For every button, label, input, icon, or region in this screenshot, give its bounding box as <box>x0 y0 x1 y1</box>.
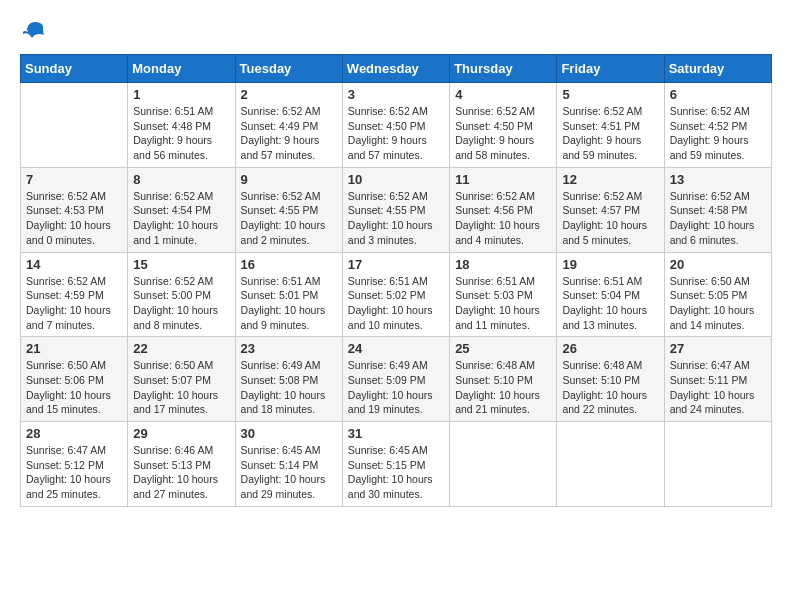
calendar-cell: 5 Sunrise: 6:52 AMSunset: 4:51 PMDayligh… <box>557 83 664 168</box>
day-info: Sunrise: 6:52 AMSunset: 4:58 PMDaylight:… <box>670 189 766 248</box>
day-info: Sunrise: 6:51 AMSunset: 5:01 PMDaylight:… <box>241 274 337 333</box>
day-info: Sunrise: 6:45 AMSunset: 5:14 PMDaylight:… <box>241 443 337 502</box>
calendar-cell: 15 Sunrise: 6:52 AMSunset: 5:00 PMDaylig… <box>128 252 235 337</box>
day-number: 12 <box>562 172 658 187</box>
day-info: Sunrise: 6:49 AMSunset: 5:08 PMDaylight:… <box>241 358 337 417</box>
calendar-cell: 24 Sunrise: 6:49 AMSunset: 5:09 PMDaylig… <box>342 337 449 422</box>
day-info: Sunrise: 6:52 AMSunset: 4:50 PMDaylight:… <box>348 104 444 163</box>
day-number: 22 <box>133 341 229 356</box>
day-number: 9 <box>241 172 337 187</box>
day-info: Sunrise: 6:52 AMSunset: 4:55 PMDaylight:… <box>241 189 337 248</box>
day-number: 20 <box>670 257 766 272</box>
calendar-cell <box>557 422 664 507</box>
day-info: Sunrise: 6:46 AMSunset: 5:13 PMDaylight:… <box>133 443 229 502</box>
calendar-cell: 4 Sunrise: 6:52 AMSunset: 4:50 PMDayligh… <box>450 83 557 168</box>
header-monday: Monday <box>128 55 235 83</box>
calendar-cell: 17 Sunrise: 6:51 AMSunset: 5:02 PMDaylig… <box>342 252 449 337</box>
day-info: Sunrise: 6:52 AMSunset: 4:50 PMDaylight:… <box>455 104 551 163</box>
logo <box>20 20 54 44</box>
logo-icon <box>20 20 50 44</box>
day-info: Sunrise: 6:52 AMSunset: 4:59 PMDaylight:… <box>26 274 122 333</box>
header-thursday: Thursday <box>450 55 557 83</box>
day-number: 17 <box>348 257 444 272</box>
day-info: Sunrise: 6:51 AMSunset: 5:03 PMDaylight:… <box>455 274 551 333</box>
day-number: 15 <box>133 257 229 272</box>
calendar-cell: 16 Sunrise: 6:51 AMSunset: 5:01 PMDaylig… <box>235 252 342 337</box>
day-info: Sunrise: 6:48 AMSunset: 5:10 PMDaylight:… <box>562 358 658 417</box>
day-info: Sunrise: 6:52 AMSunset: 4:51 PMDaylight:… <box>562 104 658 163</box>
calendar-header-row: SundayMondayTuesdayWednesdayThursdayFrid… <box>21 55 772 83</box>
calendar-cell: 25 Sunrise: 6:48 AMSunset: 5:10 PMDaylig… <box>450 337 557 422</box>
header-wednesday: Wednesday <box>342 55 449 83</box>
day-number: 2 <box>241 87 337 102</box>
day-info: Sunrise: 6:47 AMSunset: 5:11 PMDaylight:… <box>670 358 766 417</box>
header-friday: Friday <box>557 55 664 83</box>
header-tuesday: Tuesday <box>235 55 342 83</box>
calendar-cell: 30 Sunrise: 6:45 AMSunset: 5:14 PMDaylig… <box>235 422 342 507</box>
calendar-cell: 8 Sunrise: 6:52 AMSunset: 4:54 PMDayligh… <box>128 167 235 252</box>
calendar-cell <box>450 422 557 507</box>
day-info: Sunrise: 6:50 AMSunset: 5:06 PMDaylight:… <box>26 358 122 417</box>
day-info: Sunrise: 6:51 AMSunset: 5:04 PMDaylight:… <box>562 274 658 333</box>
calendar-cell: 14 Sunrise: 6:52 AMSunset: 4:59 PMDaylig… <box>21 252 128 337</box>
day-info: Sunrise: 6:52 AMSunset: 4:49 PMDaylight:… <box>241 104 337 163</box>
calendar-cell: 11 Sunrise: 6:52 AMSunset: 4:56 PMDaylig… <box>450 167 557 252</box>
day-number: 28 <box>26 426 122 441</box>
day-info: Sunrise: 6:52 AMSunset: 4:52 PMDaylight:… <box>670 104 766 163</box>
week-row-4: 21 Sunrise: 6:50 AMSunset: 5:06 PMDaylig… <box>21 337 772 422</box>
day-number: 8 <box>133 172 229 187</box>
week-row-3: 14 Sunrise: 6:52 AMSunset: 4:59 PMDaylig… <box>21 252 772 337</box>
calendar-cell: 22 Sunrise: 6:50 AMSunset: 5:07 PMDaylig… <box>128 337 235 422</box>
week-row-5: 28 Sunrise: 6:47 AMSunset: 5:12 PMDaylig… <box>21 422 772 507</box>
day-info: Sunrise: 6:52 AMSunset: 4:57 PMDaylight:… <box>562 189 658 248</box>
calendar-cell: 29 Sunrise: 6:46 AMSunset: 5:13 PMDaylig… <box>128 422 235 507</box>
day-number: 6 <box>670 87 766 102</box>
day-number: 14 <box>26 257 122 272</box>
day-info: Sunrise: 6:52 AMSunset: 4:55 PMDaylight:… <box>348 189 444 248</box>
week-row-1: 1 Sunrise: 6:51 AMSunset: 4:48 PMDayligh… <box>21 83 772 168</box>
day-number: 21 <box>26 341 122 356</box>
calendar-cell: 1 Sunrise: 6:51 AMSunset: 4:48 PMDayligh… <box>128 83 235 168</box>
calendar-cell <box>21 83 128 168</box>
calendar-cell: 3 Sunrise: 6:52 AMSunset: 4:50 PMDayligh… <box>342 83 449 168</box>
day-number: 5 <box>562 87 658 102</box>
day-info: Sunrise: 6:52 AMSunset: 4:56 PMDaylight:… <box>455 189 551 248</box>
day-info: Sunrise: 6:50 AMSunset: 5:07 PMDaylight:… <box>133 358 229 417</box>
calendar-cell: 2 Sunrise: 6:52 AMSunset: 4:49 PMDayligh… <box>235 83 342 168</box>
calendar-cell: 10 Sunrise: 6:52 AMSunset: 4:55 PMDaylig… <box>342 167 449 252</box>
day-number: 4 <box>455 87 551 102</box>
calendar-cell: 7 Sunrise: 6:52 AMSunset: 4:53 PMDayligh… <box>21 167 128 252</box>
calendar-cell: 18 Sunrise: 6:51 AMSunset: 5:03 PMDaylig… <box>450 252 557 337</box>
day-info: Sunrise: 6:49 AMSunset: 5:09 PMDaylight:… <box>348 358 444 417</box>
calendar-cell: 6 Sunrise: 6:52 AMSunset: 4:52 PMDayligh… <box>664 83 771 168</box>
calendar-cell: 12 Sunrise: 6:52 AMSunset: 4:57 PMDaylig… <box>557 167 664 252</box>
day-info: Sunrise: 6:51 AMSunset: 4:48 PMDaylight:… <box>133 104 229 163</box>
day-number: 16 <box>241 257 337 272</box>
day-number: 7 <box>26 172 122 187</box>
day-number: 18 <box>455 257 551 272</box>
page-header <box>20 20 772 44</box>
calendar-cell: 26 Sunrise: 6:48 AMSunset: 5:10 PMDaylig… <box>557 337 664 422</box>
day-number: 31 <box>348 426 444 441</box>
day-info: Sunrise: 6:47 AMSunset: 5:12 PMDaylight:… <box>26 443 122 502</box>
calendar-cell: 28 Sunrise: 6:47 AMSunset: 5:12 PMDaylig… <box>21 422 128 507</box>
day-info: Sunrise: 6:51 AMSunset: 5:02 PMDaylight:… <box>348 274 444 333</box>
day-info: Sunrise: 6:52 AMSunset: 4:54 PMDaylight:… <box>133 189 229 248</box>
calendar-cell: 27 Sunrise: 6:47 AMSunset: 5:11 PMDaylig… <box>664 337 771 422</box>
calendar-cell: 9 Sunrise: 6:52 AMSunset: 4:55 PMDayligh… <box>235 167 342 252</box>
calendar-cell: 19 Sunrise: 6:51 AMSunset: 5:04 PMDaylig… <box>557 252 664 337</box>
day-number: 29 <box>133 426 229 441</box>
header-sunday: Sunday <box>21 55 128 83</box>
day-info: Sunrise: 6:52 AMSunset: 5:00 PMDaylight:… <box>133 274 229 333</box>
day-number: 11 <box>455 172 551 187</box>
header-saturday: Saturday <box>664 55 771 83</box>
day-number: 1 <box>133 87 229 102</box>
day-number: 19 <box>562 257 658 272</box>
day-number: 27 <box>670 341 766 356</box>
calendar-table: SundayMondayTuesdayWednesdayThursdayFrid… <box>20 54 772 507</box>
day-number: 3 <box>348 87 444 102</box>
day-info: Sunrise: 6:50 AMSunset: 5:05 PMDaylight:… <box>670 274 766 333</box>
calendar-cell <box>664 422 771 507</box>
calendar-cell: 21 Sunrise: 6:50 AMSunset: 5:06 PMDaylig… <box>21 337 128 422</box>
day-number: 23 <box>241 341 337 356</box>
